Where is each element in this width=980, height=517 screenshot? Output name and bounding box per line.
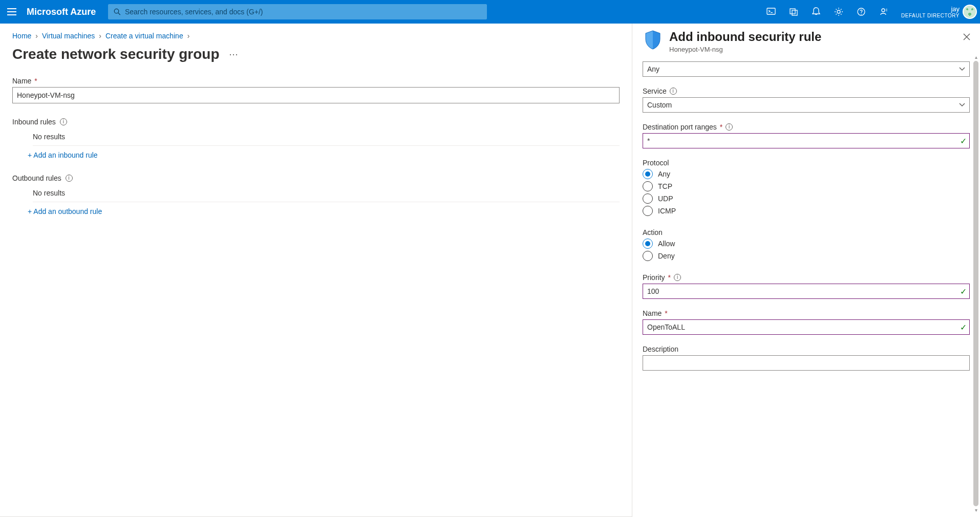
inbound-rules-header: Inbound rules i [12, 118, 620, 126]
top-header-bar: Microsoft Azure [0, 0, 980, 24]
more-actions-button[interactable]: ⋯ [229, 49, 238, 60]
svg-rect-5 [767, 8, 775, 14]
svg-rect-8 [792, 10, 797, 15]
inbound-no-results: No results [33, 133, 65, 141]
svg-line-4 [118, 13, 120, 15]
svg-rect-1 [7, 11, 16, 12]
service-select-value: Custom [647, 101, 672, 109]
directory-label: DEFAULT DIRECTORY [901, 13, 960, 18]
gear-icon [834, 7, 843, 16]
directories-icon [789, 7, 798, 16]
notifications-button[interactable] [805, 0, 827, 24]
protocol-radio-tcp[interactable]: TCP [643, 181, 970, 191]
radio-icon [643, 239, 653, 249]
add-inbound-rule-link[interactable]: + Add an inbound rule [28, 151, 98, 159]
rule-name-input[interactable] [643, 319, 970, 335]
info-icon[interactable]: i [66, 175, 73, 182]
cloud-shell-button[interactable] [760, 0, 782, 24]
directories-button[interactable] [782, 0, 805, 24]
protocol-radio-icmp[interactable]: ICMP [643, 206, 970, 216]
chevron-down-icon [959, 67, 965, 71]
dest-port-input[interactable] [643, 133, 970, 148]
required-indicator: * [720, 123, 722, 131]
info-icon[interactable]: i [60, 118, 67, 125]
svg-rect-7 [790, 9, 795, 14]
description-input[interactable] [643, 355, 970, 371]
scrollbar-thumb[interactable] [973, 61, 978, 506]
info-icon[interactable]: i [674, 274, 681, 281]
radio-icon [643, 193, 653, 204]
add-outbound-rule-link[interactable]: + Add an outbound rule [28, 207, 102, 216]
checkmark-icon: ✓ [960, 136, 967, 145]
action-radio-deny[interactable]: Deny [643, 251, 970, 261]
source-select-value: Any [647, 65, 659, 73]
svg-point-3 [115, 9, 119, 13]
action-radio-allow[interactable]: Allow [643, 239, 970, 249]
scroll-up-icon: ▴ [975, 54, 977, 60]
required-indicator: * [34, 77, 37, 85]
search-icon [114, 8, 121, 15]
flyout-subtitle: Honeypot-VM-nsg [669, 46, 821, 53]
breadcrumb-vm[interactable]: Virtual machines [42, 32, 95, 40]
service-label: Service i [643, 87, 970, 95]
hamburger-icon [7, 8, 16, 15]
avatar[interactable] [963, 5, 977, 19]
svg-rect-2 [7, 14, 16, 15]
breadcrumb: Home › Virtual machines › Create a virtu… [12, 32, 620, 40]
service-select[interactable]: Custom [643, 97, 970, 113]
required-indicator: * [665, 309, 667, 317]
hamburger-menu-button[interactable] [0, 0, 24, 24]
main-content: Home › Virtual machines › Create a virtu… [0, 24, 632, 517]
chevron-right-icon: › [187, 32, 190, 40]
help-button[interactable] [850, 0, 872, 24]
checkmark-icon: ✓ [960, 322, 967, 332]
checkmark-icon: ✓ [960, 286, 967, 296]
svg-point-9 [837, 10, 840, 13]
scrollbar[interactable]: ▴ ▾ [973, 54, 979, 513]
breadcrumb-home[interactable]: Home [12, 32, 31, 40]
global-search-box[interactable] [108, 4, 487, 19]
close-button[interactable] [961, 31, 973, 43]
cloud-shell-icon [766, 7, 776, 16]
nsg-name-label: Name * [12, 77, 620, 85]
page-title: Create network security group [12, 46, 220, 62]
user-name-label: jay [951, 6, 960, 12]
close-icon [963, 33, 970, 40]
settings-button[interactable] [827, 0, 850, 24]
feedback-icon [879, 7, 888, 16]
protocol-radio-udp[interactable]: UDP [643, 193, 970, 204]
svg-point-11 [861, 14, 862, 15]
user-account-area[interactable]: jay DEFAULT DIRECTORY [895, 0, 963, 24]
shield-icon [643, 30, 663, 50]
priority-input[interactable] [643, 284, 970, 299]
breadcrumb-create[interactable]: Create a virtual machine [105, 32, 183, 40]
info-icon[interactable]: i [726, 123, 733, 131]
feedback-button[interactable] [872, 0, 895, 24]
flyout-title: Add inbound security rule [669, 30, 821, 45]
required-indicator: * [668, 273, 671, 282]
chevron-right-icon: › [99, 32, 101, 40]
radio-icon [643, 181, 653, 191]
info-icon[interactable]: i [670, 88, 677, 95]
global-search-input[interactable] [125, 5, 481, 19]
outbound-rules-header: Outbound rules i [12, 174, 620, 182]
protocol-radio-any[interactable]: Any [643, 169, 970, 179]
svg-point-12 [882, 9, 885, 12]
dest-port-label: Destination port ranges * i [643, 123, 970, 131]
chevron-down-icon [959, 103, 965, 107]
radio-icon [643, 251, 653, 261]
radio-icon [643, 206, 653, 216]
rule-name-label: Name * [643, 309, 970, 317]
source-select[interactable]: Any [643, 61, 970, 77]
nsg-name-input[interactable] [12, 87, 620, 103]
description-label: Description [643, 345, 970, 353]
priority-label: Priority * i [643, 273, 970, 282]
svg-rect-0 [7, 8, 16, 9]
action-label: Action [643, 228, 970, 236]
outbound-no-results: No results [33, 189, 65, 197]
add-inbound-rule-flyout: Add inbound security rule Honeypot-VM-ns… [632, 24, 980, 517]
protocol-label: Protocol [643, 159, 970, 167]
help-icon [857, 7, 866, 16]
bell-icon [812, 7, 820, 16]
brand-title[interactable]: Microsoft Azure [27, 7, 96, 17]
